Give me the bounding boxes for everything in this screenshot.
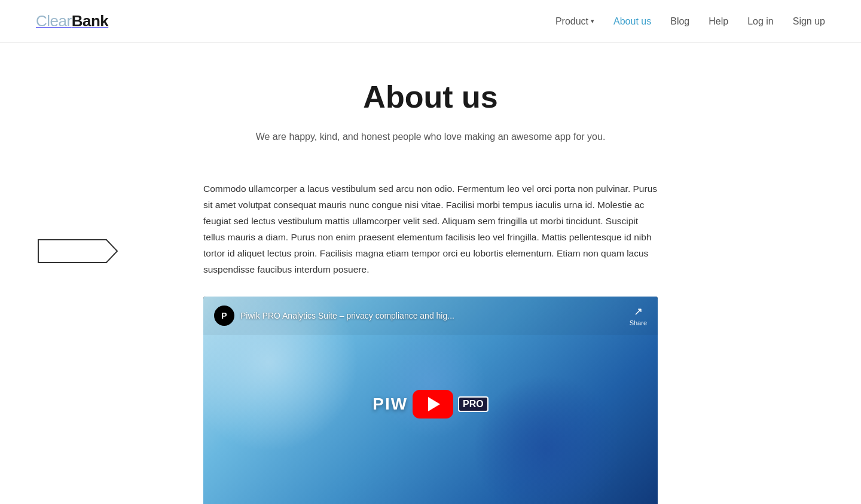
- blob-decoration: [371, 323, 490, 442]
- nav-blog-label: Blog: [670, 16, 689, 26]
- nav-help-link[interactable]: Help: [709, 16, 728, 26]
- body-paragraph: Commodo ullamcorper a lacus vestibulum s…: [203, 181, 658, 278]
- nav-about-label: About us: [613, 16, 651, 26]
- label-shape-decoration: [36, 237, 120, 267]
- main-content: About us We are happy, kind, and honest …: [191, 43, 670, 504]
- nav-signup-label: Sign up: [793, 16, 825, 26]
- logo-clear: Clear: [36, 12, 72, 30]
- nav-about-link[interactable]: About us: [613, 16, 651, 26]
- nav-help-label: Help: [709, 16, 728, 26]
- nav-product-link[interactable]: Product ▾: [555, 16, 594, 27]
- nav-blog-link[interactable]: Blog: [670, 16, 689, 26]
- nav-links: Product ▾ About us Blog Help Log in: [555, 16, 825, 27]
- nav-signup-link[interactable]: Sign up: [793, 16, 825, 26]
- brand-pro-badge: PRO: [458, 396, 488, 412]
- nav-product-label: Product: [555, 16, 588, 27]
- video-title: Piwik PRO Analytics Suite – privacy comp…: [240, 311, 454, 320]
- logo[interactable]: ClearBank: [36, 12, 108, 30]
- video-embed[interactable]: P Piwik PRO Analytics Suite – privacy co…: [203, 297, 658, 504]
- chevron-down-icon: ▾: [591, 17, 594, 25]
- channel-icon: P: [214, 306, 234, 326]
- video-center-area: PIW PRO: [373, 390, 488, 419]
- brand-piwik: PIW: [373, 395, 408, 414]
- navbar: ClearBank Product ▾ About us Blog Help: [0, 0, 861, 43]
- logo-bank: Bank: [72, 12, 109, 30]
- page-title: About us: [203, 79, 658, 115]
- video-channel-info: P Piwik PRO Analytics Suite – privacy co…: [214, 306, 454, 326]
- play-triangle-icon: [428, 397, 440, 411]
- nav-login-link[interactable]: Log in: [747, 16, 774, 26]
- share-icon: ↗: [634, 305, 643, 318]
- nav-login-label: Log in: [747, 16, 774, 26]
- share-button[interactable]: ↗ Share: [630, 305, 647, 326]
- video-thumbnail: P Piwik PRO Analytics Suite – privacy co…: [203, 297, 658, 504]
- play-button[interactable]: [413, 390, 453, 419]
- share-label: Share: [630, 319, 647, 326]
- page-subtitle: We are happy, kind, and honest people wh…: [203, 129, 658, 145]
